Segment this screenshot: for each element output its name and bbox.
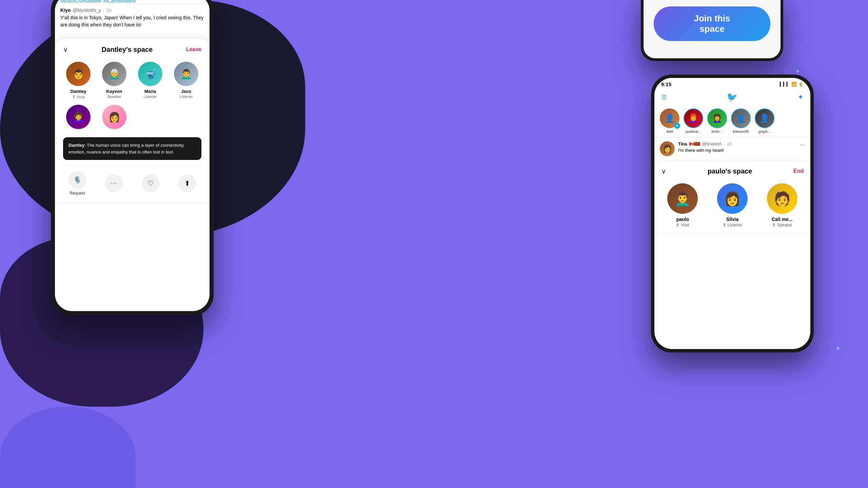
speaker-role-dantley: 🎙 Host bbox=[72, 95, 85, 99]
extra-listener-1: 👩‍🦱 bbox=[63, 105, 94, 132]
phone-right-shell: 9:15 ▎▎▎ 📶 🔋 ☰ 🐦 ✦ 👤 + bbox=[651, 75, 814, 352]
silvia-role: 🎙 Listener bbox=[723, 223, 742, 227]
signal-icon: ▎▎▎ bbox=[780, 82, 790, 87]
extra-avatar-2[interactable]: 👩 bbox=[102, 105, 126, 129]
story-avatar-grayh[interactable]: 👤 bbox=[755, 108, 774, 128]
story-label-k9lover: k9lover85 bbox=[733, 129, 749, 134]
extra-listeners: 👩‍🦱 👩 bbox=[63, 105, 201, 132]
speech-author: Dantley bbox=[68, 143, 84, 148]
story-label-krish: krish... bbox=[712, 129, 723, 134]
tina-flags: 🇨🇦🇵🇹 bbox=[689, 141, 700, 146]
tweet-time: · bbox=[103, 7, 104, 13]
paulo-avatar[interactable]: 👨‍🦱 bbox=[667, 183, 698, 214]
speaker-role-jaco: Listener bbox=[179, 95, 193, 99]
story-avatar-pcabral[interactable]: 👩‍🦰 bbox=[684, 108, 703, 128]
leave-button[interactable]: Leave bbox=[186, 46, 201, 53]
story-grayh[interactable]: 👤 grayh... bbox=[755, 108, 774, 134]
avatar-jaco[interactable]: 👨‍🦱 bbox=[174, 62, 198, 86]
speaker-maria: 🤿 Maria Listener bbox=[135, 62, 165, 99]
story-avatar-k9lover[interactable]: 👤 bbox=[731, 108, 751, 128]
paulo-speakers-grid: 👨‍🦱 paulo 🎙 Host 👩 Silvia 🎙 Lis bbox=[661, 183, 804, 227]
mic-host-icon: 🎙 bbox=[72, 95, 76, 99]
avatar-dantley[interactable]: 👨 bbox=[66, 62, 91, 86]
story-add[interactable]: 👤 + Add bbox=[660, 108, 679, 134]
tina-tweet: 👩 Tina 🇨🇦🇵🇹 @tinastsh · 1h I'm there wit… bbox=[654, 137, 810, 160]
story-label-grayh: grayh... bbox=[758, 129, 771, 134]
paulo-role: 🎙 Host bbox=[676, 223, 689, 227]
speaker-role-kayvon: Speaker bbox=[107, 95, 121, 99]
more-button[interactable]: ··· bbox=[105, 175, 123, 192]
space-divider bbox=[63, 165, 201, 166]
paulo-space-panel: ∨ paulo's space End 👨‍🦱 paulo 🎙 Host bbox=[654, 162, 810, 233]
story-avatar-krish[interactable]: 👩‍🦱 bbox=[707, 108, 727, 128]
speaker-dantley: 👨 Dantley 🎙 Host bbox=[63, 62, 94, 99]
phone-top-right-screen: Join this space bbox=[644, 0, 781, 58]
tina-time: 1h bbox=[727, 141, 732, 146]
add-badge: + bbox=[674, 123, 680, 129]
request-control[interactable]: 🎙️ Request bbox=[68, 171, 86, 196]
extra-avatar-1[interactable]: 👩‍🦱 bbox=[66, 105, 91, 129]
silvia-name: Silvia bbox=[726, 217, 739, 222]
phone-left-screen: #BlackLivesMatter #ICantBreathe Kiyo @ki… bbox=[55, 0, 210, 311]
chevron-down-icon[interactable]: ∨ bbox=[63, 45, 68, 54]
tina-tweet-header: Tina 🇨🇦🇵🇹 @tinastsh · 1h bbox=[678, 141, 796, 146]
hashtags[interactable]: #BlackLivesMatter #ICantBreathe bbox=[60, 0, 204, 4]
mic-button[interactable]: 🎙️ bbox=[68, 171, 86, 189]
tweet-author: Kiyo bbox=[60, 7, 71, 13]
heart-button[interactable]: ♡ bbox=[142, 175, 159, 192]
hamburger-icon[interactable]: ☰ bbox=[661, 94, 667, 101]
tweet-item: Kiyo @kiyotoshi_y · 1h Y'all this is in … bbox=[60, 4, 204, 32]
story-label-pcabral: pcabral... bbox=[686, 129, 701, 134]
tina-avatar[interactable]: 👩 bbox=[660, 141, 675, 156]
request-label: Request bbox=[70, 191, 85, 196]
twitter-nav: ☰ 🐦 ✦ bbox=[654, 89, 810, 105]
sparkle-nav-icon[interactable]: ✦ bbox=[797, 93, 804, 102]
avatar-maria[interactable]: 🤿 bbox=[138, 62, 162, 86]
phone-top-right-shell: Join this space bbox=[641, 0, 783, 61]
tina-handle: @tinastsh bbox=[702, 141, 722, 146]
speakers-grid: 👨 Dantley 🎙 Host 👨‍🦳 Kayvon Speaker bbox=[63, 62, 201, 99]
tina-dot: · bbox=[724, 141, 725, 146]
share-button[interactable]: ⬆ bbox=[178, 175, 196, 192]
story-k9lover[interactable]: 👤 k9lover85 bbox=[731, 108, 751, 134]
sparkle-decoration: ✦ bbox=[795, 68, 800, 75]
story-avatar-add[interactable]: 👤 + bbox=[660, 108, 679, 128]
speaker-name-jaco: Jaco bbox=[181, 89, 191, 94]
speaker-name-maria: Maria bbox=[144, 89, 156, 94]
story-pcabral[interactable]: 👩‍🦰 pcabral... bbox=[684, 108, 703, 134]
speaker-name-dantley: Dantley bbox=[71, 89, 86, 94]
space-title: Dantley's space bbox=[102, 46, 153, 54]
mic-icon: 🎙️ bbox=[73, 176, 82, 184]
stories-row: 👤 + Add 👩‍🦰 pcabral... 👩‍🦱 krish... bbox=[654, 105, 810, 137]
callme-role: 🎙 Speaker bbox=[772, 223, 792, 227]
tweet-handle: @kiyotoshi_y bbox=[73, 7, 101, 13]
phone-top-right: Join this space bbox=[641, 0, 783, 61]
story-krish[interactable]: 👩‍🦱 krish... bbox=[707, 108, 727, 134]
tweet-time-val: 1h bbox=[106, 7, 112, 13]
space-controls: 🎙️ Request ··· ♡ ⬆ bbox=[63, 171, 201, 196]
silvia-role-icon: 🎙 bbox=[723, 223, 727, 227]
status-icons: ▎▎▎ 📶 🔋 bbox=[780, 82, 804, 87]
paulo-chevron-down-icon[interactable]: ∨ bbox=[661, 167, 666, 175]
phone-right: 9:15 ▎▎▎ 📶 🔋 ☰ 🐦 ✦ 👤 + bbox=[651, 75, 814, 352]
callme-name: Call me... bbox=[772, 217, 792, 222]
tweet-feed: #BlackLivesMatter #ICantBreathe Kiyo @ki… bbox=[55, 0, 210, 36]
join-space-button[interactable]: Join this space bbox=[654, 6, 770, 41]
speech-bubble: Dantley: The human voice can bring a lay… bbox=[63, 137, 201, 160]
space-panel-left: ∨ Dantley's space Leave 👨 Dantley 🎙 Host bbox=[55, 39, 210, 202]
paulo-host-icon: 🎙 bbox=[676, 223, 680, 227]
speaker-role-maria: Listener bbox=[143, 95, 157, 99]
speaker-jaco: 👨‍🦱 Jaco Listener bbox=[171, 62, 201, 99]
tweet-more-button[interactable]: ··· bbox=[800, 141, 805, 156]
phone-right-screen: 9:15 ▎▎▎ 📶 🔋 ☰ 🐦 ✦ 👤 + bbox=[654, 78, 810, 349]
status-bar: 9:15 ▎▎▎ 📶 🔋 bbox=[654, 78, 810, 89]
tina-name: Tina bbox=[678, 141, 687, 146]
paulo-speaker-silvia: 👩 Silvia 🎙 Listener bbox=[711, 183, 754, 227]
avatar-kayvon[interactable]: 👨‍🦳 bbox=[102, 62, 126, 86]
story-label-add: Add bbox=[666, 129, 673, 134]
end-button[interactable]: End bbox=[793, 168, 804, 174]
silvia-avatar[interactable]: 👩 bbox=[717, 183, 748, 214]
tina-tweet-content: Tina 🇨🇦🇵🇹 @tinastsh · 1h I'm there with … bbox=[678, 141, 796, 156]
paulo-speaker-paulo: 👨‍🦱 paulo 🎙 Host bbox=[661, 183, 704, 227]
callme-avatar[interactable]: 🧑 bbox=[767, 183, 797, 214]
